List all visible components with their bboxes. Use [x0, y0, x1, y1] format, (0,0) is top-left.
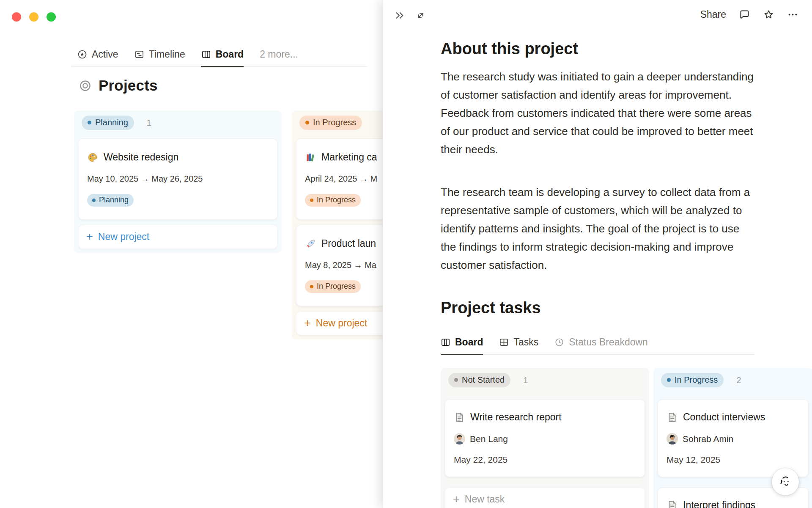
share-button[interactable]: Share	[700, 9, 726, 20]
view-tab-more[interactable]: 2 more...	[260, 42, 298, 67]
project-card-title: Product laun	[321, 238, 376, 249]
tasks-tab-label: Status Breakdown	[569, 337, 648, 348]
status-dot	[88, 121, 91, 124]
assignee-name: Sohrab Amin	[683, 434, 733, 444]
view-tab-active[interactable]: Active	[77, 42, 118, 67]
books-icon	[305, 152, 316, 163]
star-circle-icon	[77, 50, 87, 59]
expand-diagonal-icon[interactable]	[415, 10, 426, 21]
board-icon	[441, 337, 450, 347]
page-icon	[667, 412, 678, 423]
column-name: In Progress	[313, 118, 356, 127]
task-card-title: Conduct interviews	[683, 411, 765, 423]
minimize-window-button[interactable]	[29, 12, 38, 22]
star-icon[interactable]	[763, 9, 774, 20]
project-card-title: Marketing ca	[321, 152, 377, 163]
column-count: 1	[523, 375, 528, 385]
task-card-title: Interpret findings	[683, 500, 755, 508]
panel-toolbar-left	[394, 10, 426, 21]
column-name: Not Started	[462, 375, 505, 385]
status-dot	[454, 378, 458, 382]
target-icon	[79, 79, 92, 92]
status-dot	[667, 378, 671, 382]
status-dot	[92, 199, 96, 202]
view-tab-label: 2 more...	[260, 49, 298, 60]
column-status-pill[interactable]: Planning	[82, 116, 134, 130]
timeline-icon	[134, 50, 144, 59]
tasks-tab-tasks[interactable]: Tasks	[499, 330, 538, 355]
project-card-title: Website redesign	[104, 152, 178, 163]
tasks-view-tabs: Board Tasks Status Breakdown	[441, 330, 754, 355]
table-icon	[499, 337, 509, 347]
tasks-tab-label: Tasks	[513, 337, 538, 348]
about-paragraph-2: The research team is developing a survey…	[441, 183, 757, 274]
task-card[interactable]: Conduct interviews Sohrab Amin	[658, 399, 808, 477]
column-header: Not Started 1	[445, 372, 645, 388]
clock-icon	[554, 337, 564, 347]
comment-icon[interactable]	[739, 9, 750, 20]
assignee-name: Ben Lang	[470, 434, 508, 444]
view-tab-label: Timeline	[149, 49, 185, 60]
project-tasks-heading: Project tasks	[441, 299, 541, 317]
view-tabs: Active Timeline Board 2 more...	[71, 42, 368, 67]
app-window: Active Timeline Board 2 more...	[0, 0, 812, 508]
task-card-title: Write research report	[470, 411, 562, 423]
column-name: In Progress	[675, 375, 718, 385]
status-dot	[305, 121, 309, 124]
plus-icon: +	[304, 318, 311, 329]
double-chevron-right-icon[interactable]	[394, 10, 406, 21]
page-icon	[454, 412, 465, 423]
tasks-column-not-started: Not Started 1 Write research report	[441, 368, 649, 508]
side-peek-panel: Share About this project The research st…	[383, 0, 812, 508]
status-dot	[310, 285, 313, 288]
new-task-button[interactable]: + New task	[445, 487, 645, 508]
task-date: May 12, 2025	[667, 455, 799, 465]
plus-icon: +	[453, 494, 460, 505]
close-window-button[interactable]	[12, 12, 21, 22]
page-title: Projects	[99, 77, 158, 94]
view-tab-timeline[interactable]: Timeline	[134, 42, 185, 67]
project-card[interactable]: Website redesign May 10, 2025 → May 26, …	[78, 138, 277, 220]
column-count: 2	[736, 375, 741, 385]
about-heading: About this project	[441, 40, 578, 58]
task-card[interactable]: Write research report Ben Lang	[445, 399, 645, 477]
view-tab-label: Board	[216, 49, 244, 60]
about-paragraph-1: The research study was initiated to gain…	[441, 68, 757, 159]
page-title-row: Projects	[79, 77, 158, 94]
avatar	[454, 433, 465, 444]
notion-ai-face-icon	[778, 475, 793, 489]
rocket-icon	[305, 238, 316, 249]
board-icon	[201, 50, 211, 59]
column-header: In Progress 2	[658, 372, 808, 388]
board-column-planning: Planning 1 Website redesign May 10, 2025…	[74, 110, 282, 253]
more-icon[interactable]	[787, 9, 798, 20]
column-status-pill[interactable]: In Progress	[661, 373, 724, 387]
window-controls	[12, 12, 56, 22]
status-tag: In Progress	[305, 280, 361, 293]
column-count: 1	[147, 118, 151, 128]
column-name: Planning	[95, 118, 128, 127]
status-tag: In Progress	[305, 194, 361, 207]
status-dot	[310, 199, 313, 202]
task-date: May 22, 2025	[454, 455, 636, 465]
notion-ai-button[interactable]	[772, 468, 799, 495]
project-card-dates: May 10, 2025 → May 26, 2025	[87, 174, 269, 184]
tasks-tab-label: Board	[455, 337, 483, 348]
new-project-button[interactable]: + New project	[78, 225, 277, 249]
tasks-tab-board[interactable]: Board	[441, 330, 483, 355]
tasks-tab-status-breakdown[interactable]: Status Breakdown	[554, 330, 648, 355]
assignee-row: Ben Lang	[454, 433, 636, 444]
column-status-pill[interactable]: Not Started	[448, 373, 510, 387]
palette-icon	[87, 152, 98, 163]
plus-icon: +	[86, 231, 93, 243]
page-icon	[667, 500, 678, 508]
column-header: Planning 1	[78, 115, 277, 131]
tasks-board: Not Started 1 Write research report	[441, 368, 812, 508]
zoom-window-button[interactable]	[47, 12, 56, 22]
view-tab-label: Active	[92, 49, 118, 60]
panel-toolbar-right: Share	[700, 9, 798, 20]
avatar	[667, 433, 678, 444]
column-status-pill[interactable]: In Progress	[299, 116, 362, 130]
view-tab-board[interactable]: Board	[201, 42, 244, 67]
status-tag: Planning	[87, 194, 134, 207]
